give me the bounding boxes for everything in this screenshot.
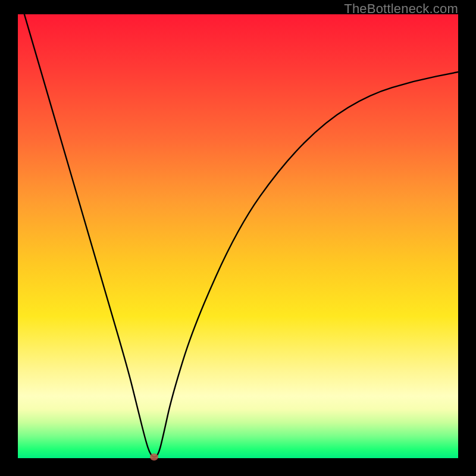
chart-stage: TheBottleneck.com xyxy=(0,0,476,476)
bottleneck-curve xyxy=(18,14,458,458)
optimal-point-marker xyxy=(150,453,158,461)
plot-area xyxy=(18,14,458,458)
